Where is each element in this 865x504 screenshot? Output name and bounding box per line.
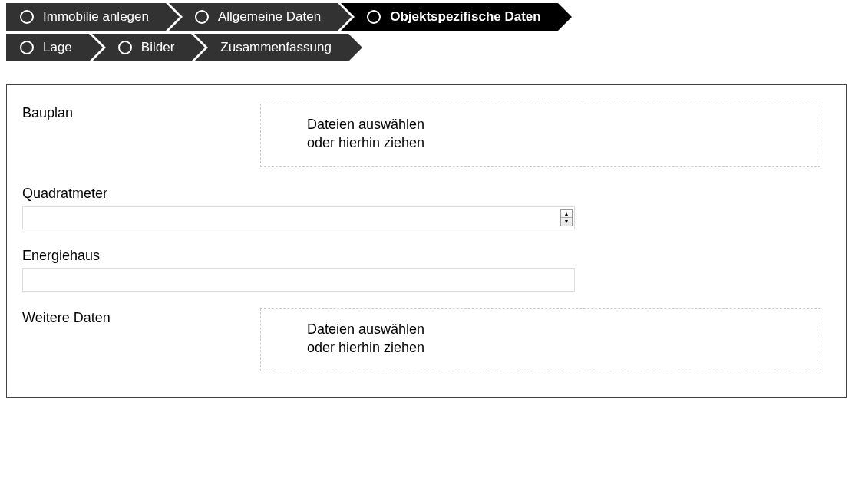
field-energiehaus: Energiehaus — [22, 246, 830, 292]
wizard-step-immobilie[interactable]: Immobilie anlegen — [6, 3, 166, 31]
wizard-step-label: Zusammenfassung — [220, 40, 332, 55]
wizard-step-label: Bilder — [141, 40, 174, 55]
number-spinner[interactable]: ▲ ▼ — [560, 209, 573, 226]
circle-icon — [20, 10, 34, 24]
label-weitere-daten: Weitere Daten — [22, 308, 260, 326]
circle-icon — [367, 10, 381, 24]
dropzone-bauplan[interactable]: Dateien auswählen oder hierhin ziehen — [260, 104, 820, 167]
field-weitere-daten: Weitere Daten Dateien auswählen oder hie… — [22, 308, 830, 372]
circle-icon — [20, 41, 34, 54]
input-quadratmeter[interactable] — [22, 206, 575, 229]
wizard-step-zusammenfassung[interactable]: Zusammenfassung — [194, 34, 348, 61]
field-bauplan: Bauplan Dateien auswählen oder hierhin z… — [22, 104, 830, 167]
form-panel: Bauplan Dateien auswählen oder hierhin z… — [6, 84, 847, 398]
dropzone-line1: Dateien auswählen — [307, 321, 424, 337]
spinner-down-icon[interactable]: ▼ — [561, 218, 572, 226]
wizard-nav: Immobilie anlegen Allgemeine Daten Objek… — [6, 3, 859, 61]
wizard-step-label: Immobilie anlegen — [43, 9, 149, 25]
label-bauplan: Bauplan — [22, 104, 260, 121]
wizard-step-label: Allgemeine Daten — [218, 9, 321, 25]
label-energiehaus: Energiehaus — [22, 246, 830, 264]
wizard-step-label: Lage — [43, 40, 72, 55]
circle-icon — [195, 10, 209, 24]
wizard-step-bilder[interactable]: Bilder — [92, 34, 191, 61]
wizard-step-allgemeine[interactable]: Allgemeine Daten — [169, 3, 338, 31]
circle-icon — [118, 41, 132, 54]
field-quadratmeter: Quadratmeter ▲ ▼ — [22, 184, 830, 229]
dropzone-weitere-daten[interactable]: Dateien auswählen oder hierhin ziehen — [260, 308, 820, 372]
dropzone-line2: oder hierhin ziehen — [307, 340, 424, 355]
spinner-up-icon[interactable]: ▲ — [561, 210, 572, 218]
wizard-step-objektspezifisch[interactable]: Objektspezifische Daten — [341, 3, 558, 31]
label-quadratmeter: Quadratmeter — [22, 184, 830, 202]
wizard-step-label: Objektspezifische Daten — [390, 9, 541, 25]
wizard-step-lage[interactable]: Lage — [6, 34, 89, 61]
dropzone-line2: oder hierhin ziehen — [307, 135, 424, 150]
input-energiehaus[interactable] — [22, 268, 575, 292]
dropzone-line1: Dateien auswählen — [307, 117, 424, 132]
